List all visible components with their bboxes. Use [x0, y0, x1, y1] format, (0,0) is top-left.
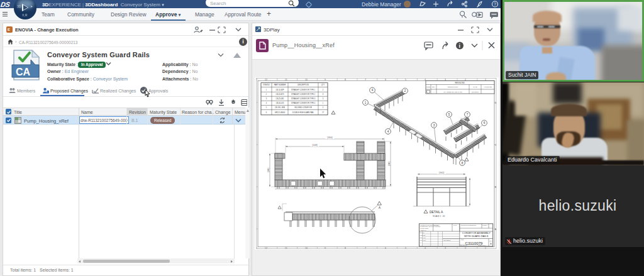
svg-text:ZONE: ZONE	[426, 86, 431, 88]
svg-text:9: 9	[325, 247, 326, 250]
svg-text:11: 11	[285, 247, 287, 250]
svg-text:CB-20-B73: CB-20-B73	[276, 93, 284, 96]
svg-text:1: 1	[485, 247, 486, 250]
svg-text:PART NUMBER: PART NUMBER	[274, 84, 286, 86]
svg-text:REV.: REV.	[432, 86, 436, 88]
svg-text:STRAIGHT CONVEYOR TYPE 4: STRAIGHT CONVEYOR TYPE 4	[291, 102, 316, 104]
svg-text:[340]: [340]	[388, 162, 391, 166]
svg-text:COMMENTS:: COMMENTS:	[443, 240, 451, 241]
svg-text:CHECKED: CHECKED	[420, 235, 426, 236]
svg-text:DESCRIPTION: DESCRIPTION	[297, 84, 309, 86]
svg-text:?: ?	[494, 2, 496, 6]
svg-text:CHANGED GUARD RAILS: CHANGED GUARD RAILS	[444, 91, 462, 93]
svg-text:9: 9	[325, 79, 326, 81]
svg-text:DRAWN: DRAWN	[420, 232, 425, 233]
svg-text:6: 6	[385, 79, 386, 81]
svg-text:6: 6	[484, 121, 486, 124]
svg-text:2: 2	[465, 247, 466, 250]
svg-text:10: 10	[305, 247, 308, 250]
svg-text:4: 4	[387, 130, 389, 133]
svg-text:ANGULAR:: ANGULAR:	[420, 229, 426, 231]
svg-text:SIZE: SIZE	[461, 239, 464, 240]
svg-text:2: 2	[404, 89, 406, 92]
svg-text:SHEET 1: SHEET 1	[482, 224, 487, 226]
svg-text:8: 8	[345, 247, 346, 250]
svg-text:12: 12	[265, 247, 267, 250]
svg-text:CB-10-B2P: CB-10-B2P	[275, 89, 284, 91]
svg-text:7: 7	[365, 247, 366, 250]
svg-text:MFG APPR.: MFG APPR.	[420, 240, 426, 241]
svg-text:SOLIDWORKS RENDERING: SOLIDWORKS RENDERING	[461, 224, 477, 226]
svg-text:STRAIGHT CONVEYOR TYPE 2: STRAIGHT CONVEYOR TYPE 2	[291, 93, 316, 96]
svg-text:SCALE 1 : 20: SCALE 1 : 20	[433, 215, 445, 218]
svg-text:5: 5	[448, 113, 450, 116]
svg-text:WITH GUARD RAILS: WITH GUARD RAILS	[464, 235, 489, 238]
svg-text:4: 4	[425, 247, 426, 250]
svg-text:DETAIL A: DETAIL A	[430, 210, 443, 214]
svg-text:7: 7	[467, 113, 469, 116]
svg-text:STRAIGHT CONVEYOR TYPE 3: STRAIGHT CONVEYOR TYPE 3	[291, 97, 316, 100]
svg-text:NAME: NAME	[435, 224, 438, 226]
svg-text:11: 11	[285, 79, 287, 81]
svg-text:2/14/2008: 2/14/2008	[472, 91, 479, 93]
svg-text:GR121-4B000: GR121-4B000	[275, 111, 286, 114]
svg-text:3: 3	[433, 124, 435, 127]
svg-text:3: 3	[445, 247, 446, 250]
svg-text:[1864]: [1864]	[327, 136, 333, 139]
svg-text:[340]: [340]	[267, 168, 270, 172]
svg-text:QTY: QTY	[321, 84, 325, 86]
svg-text:4: 4	[425, 79, 426, 81]
svg-text:DATE: DATE	[473, 86, 477, 88]
svg-text:SHEET 1 OF 1: SHEET 1 OF 1	[478, 245, 486, 246]
svg-text:ITEM NO: ITEM NO	[263, 84, 270, 86]
svg-text:CB-60-013: CB-60-013	[276, 102, 284, 104]
svg-text:5: 5	[405, 247, 406, 250]
svg-text:APPROVED: APPROVED	[484, 86, 492, 88]
svg-text:6: 6	[385, 247, 386, 250]
svg-text:4: 4	[372, 89, 374, 92]
svg-text:DATE: DATE	[453, 224, 457, 226]
svg-text:8: 8	[345, 79, 346, 81]
svg-text:STRAIGHT CONVEYOR TYPE 1: STRAIGHT CONVEYOR TYPE 1	[291, 89, 316, 91]
svg-text:Q.A.: Q.A.	[420, 242, 423, 243]
svg-text:A: A	[491, 243, 492, 245]
svg-text:CA: CA	[16, 67, 31, 77]
svg-text:1: 1	[365, 101, 367, 104]
svg-text:7: 7	[365, 79, 366, 81]
svg-text:8: 8	[462, 162, 464, 165]
svg-text:DESCRIPTION: DESCRIPTION	[448, 86, 458, 88]
svg-text:[1448]: [1448]	[312, 144, 318, 146]
svg-text:ENG APPR.: ENG APPR.	[420, 237, 426, 238]
svg-text:1: 1	[485, 79, 486, 81]
svg-text:5: 5	[405, 79, 406, 81]
svg-text:CB-25-0B1: CB-25-0B1	[276, 97, 284, 100]
svg-text:DOUBLE HIGH GUARD RAIL: DOUBLE HIGH GUARD RAIL	[292, 111, 314, 114]
svg-text:A: A	[379, 206, 380, 209]
svg-text:12: 12	[265, 79, 267, 81]
svg-text:3: 3	[445, 79, 446, 81]
svg-text:INCLINED CONVEYOR: INCLINED CONVEYOR	[294, 106, 312, 109]
svg-text:REVISIONS: REVISIONS	[455, 82, 464, 84]
svg-text:[1962]: [1962]	[439, 172, 445, 174]
svg-text:CR-1NC-1EM: CR-1NC-1EM	[275, 106, 285, 109]
svg-text:10: 10	[305, 79, 308, 81]
svg-text:i: i	[459, 43, 461, 49]
svg-text:SCALE: 1:50: SCALE: 1:50	[460, 245, 467, 246]
svg-text:2: 2	[465, 79, 466, 81]
